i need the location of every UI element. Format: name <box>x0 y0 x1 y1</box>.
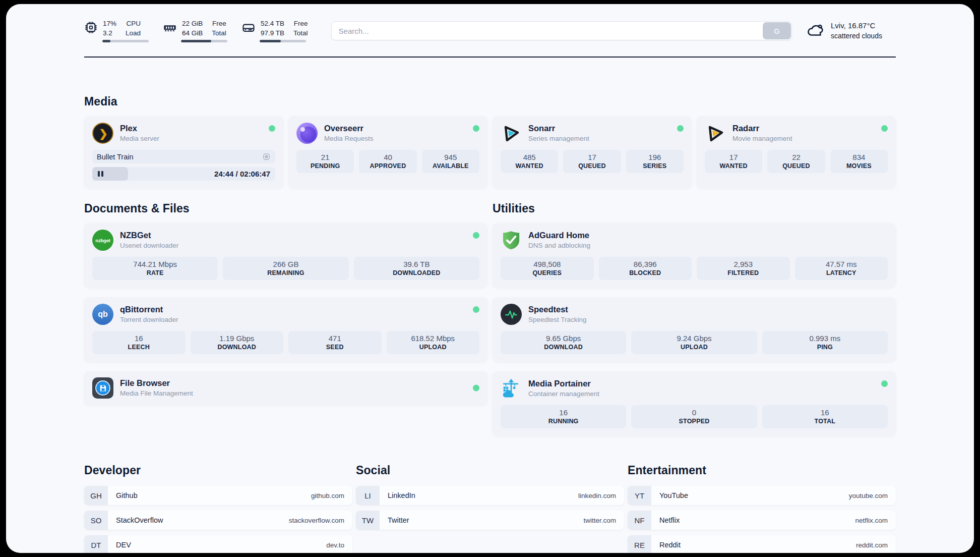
search-bar: G <box>331 21 792 40</box>
card-sonarr[interactable]: Sonarr Series management 485 WANTED 17 Q… <box>493 116 692 188</box>
stat-series: 196 SERIES <box>626 150 684 173</box>
memory-total-value: 64 GiB <box>182 29 203 38</box>
link-abbr: GH <box>84 486 108 505</box>
link-abbr: RE <box>628 535 651 553</box>
weather-condition: scattered clouds <box>831 31 882 41</box>
session-view-icon[interactable] <box>262 152 271 161</box>
stat-stopped: 0 STOPPED <box>631 405 757 428</box>
stat-filtered: 2,953 FILTERED <box>697 257 790 280</box>
cpu-progress-bar <box>102 40 149 42</box>
link-abbr: LI <box>356 486 380 505</box>
card-portainer[interactable]: Media Portainer Container management 16 … <box>493 371 896 435</box>
link-url: netflix.com <box>855 517 888 524</box>
link-github[interactable]: GH Github github.com <box>84 486 352 505</box>
now-playing-row: Bullet Train <box>92 150 275 163</box>
link-linkedin[interactable]: LI LinkedIn linkedin.com <box>356 486 624 505</box>
stat-queries: 498,508 QUERIES <box>501 257 594 280</box>
card-plex[interactable]: ❯ Plex Media server Bullet Train <box>84 116 283 188</box>
section-title-social: Social <box>356 464 624 477</box>
card-overseerr[interactable]: Overseerr Media Requests 21 PENDING 40 A… <box>288 116 487 188</box>
disk-widget: 52.4 TB 97.9 TB Free Total <box>241 19 308 42</box>
stat-download: 1.19 Gbps DOWNLOAD <box>191 331 284 354</box>
memory-icon <box>163 21 177 37</box>
card-speedtest[interactable]: Speedtest Speedtest Tracking 9.65 Gbps D… <box>493 297 896 361</box>
status-dot <box>473 232 479 239</box>
search-input[interactable] <box>331 21 792 40</box>
stat-wanted: 17 WANTED <box>705 150 762 173</box>
app-title: Speedtest <box>528 304 587 315</box>
search-engine-button[interactable]: G <box>763 22 791 39</box>
link-name: Twitter <box>388 516 409 524</box>
section-title-entertainment: Entertainment <box>628 464 896 477</box>
playback-progress: 24:44 / 02:06:47 <box>92 167 275 181</box>
link-stackoverflow[interactable]: SO StackOverflow stackoverflow.com <box>84 511 352 530</box>
adguard-icon <box>501 230 522 251</box>
link-dev[interactable]: DT DEV dev.to <box>84 535 352 553</box>
filebrowser-icon <box>92 377 113 399</box>
link-url: reddit.com <box>856 541 888 549</box>
app-subtitle: Usenet downloader <box>120 241 178 250</box>
link-twitter[interactable]: TW Twitter twitter.com <box>356 511 624 530</box>
playback-time: 24:44 / 02:06:47 <box>214 170 270 178</box>
stat-seed: 471 SEED <box>288 331 382 354</box>
app-subtitle: Series management <box>528 134 589 143</box>
app-subtitle: Media File Management <box>120 389 193 398</box>
link-name: Github <box>116 491 138 499</box>
sonarr-icon <box>500 122 523 145</box>
qbittorrent-icon: qb <box>92 304 113 325</box>
memory-widget: 22 GiB 64 GiB Free Total <box>163 19 227 42</box>
stat-remaining: 266 GB REMAINING <box>223 257 348 280</box>
disk-label-1: Free <box>294 19 308 28</box>
stat-download: 9.65 Gbps DOWNLOAD <box>501 331 626 354</box>
app-subtitle: Torrent downloader <box>120 315 178 324</box>
stat-blocked: 86,396 BLOCKED <box>599 257 692 280</box>
memory-label-2: Total <box>212 29 226 38</box>
link-abbr: YT <box>628 486 651 505</box>
bookmarks-entertainment: Entertainment YT YouTube youtube.com NF … <box>628 464 896 553</box>
link-netflix[interactable]: NF Netflix netflix.com <box>628 511 896 530</box>
link-abbr: NF <box>628 511 651 530</box>
status-dot <box>881 125 888 132</box>
app-title: Radarr <box>732 123 792 134</box>
link-youtube[interactable]: YT YouTube youtube.com <box>628 486 896 505</box>
nzbget-icon: nzbget <box>92 230 113 251</box>
link-name: Reddit <box>659 541 681 549</box>
section-title-developer: Developer <box>84 464 352 477</box>
stat-leech: 16 LEECH <box>92 331 186 354</box>
card-radarr[interactable]: Radarr Movie management 17 WANTED 22 QUE… <box>697 116 896 188</box>
card-nzbget[interactable]: nzbget NZBGet Usenet downloader 744.21 M… <box>84 223 487 287</box>
card-adguard[interactable]: AdGuard Home DNS and adblocking 498,508 … <box>493 223 896 287</box>
link-url: linkedin.com <box>578 492 616 499</box>
cloud-icon <box>806 21 825 41</box>
stat-upload: 9.24 Gbps UPLOAD <box>631 331 757 354</box>
card-filebrowser[interactable]: File Browser Media File Management <box>84 371 487 405</box>
disk-progress-bar <box>260 40 306 42</box>
link-reddit[interactable]: RE Reddit reddit.com <box>628 535 896 553</box>
app-title: Media Portainer <box>528 378 599 389</box>
media-cards-row: ❯ Plex Media server Bullet Train <box>84 116 896 188</box>
cpu-label-2: Load <box>126 29 141 38</box>
link-abbr: SO <box>84 511 108 530</box>
memory-progress-bar <box>181 40 227 42</box>
link-name: YouTube <box>659 491 688 499</box>
card-qbittorrent[interactable]: qb qBittorrent Torrent downloader 16 <box>84 297 487 361</box>
weather-widget: Lviv, 16.87°C scattered clouds <box>806 21 896 41</box>
app-title: NZBGet <box>120 230 178 241</box>
cpu-widget: 17% 3.2 CPU Load <box>84 19 149 42</box>
status-dot <box>473 125 479 132</box>
status-dot <box>269 125 275 132</box>
link-name: DEV <box>116 541 131 549</box>
speedtest-icon <box>501 304 522 325</box>
stat-total: 16 TOTAL <box>762 405 888 428</box>
stat-upload: 618.52 Mbps UPLOAD <box>387 331 480 354</box>
cpu-label-1: CPU <box>127 19 141 28</box>
cpu-percent: 17% <box>103 19 116 28</box>
disk-icon <box>241 21 256 37</box>
section-title-documents: Documents & Files <box>84 202 487 215</box>
plex-icon: ❯ <box>92 123 113 144</box>
app-title: Plex <box>120 123 159 134</box>
pause-icon[interactable] <box>98 171 103 177</box>
app-title: qBittorrent <box>120 304 178 315</box>
portainer-icon <box>501 378 522 399</box>
cpu-icon <box>84 21 98 36</box>
